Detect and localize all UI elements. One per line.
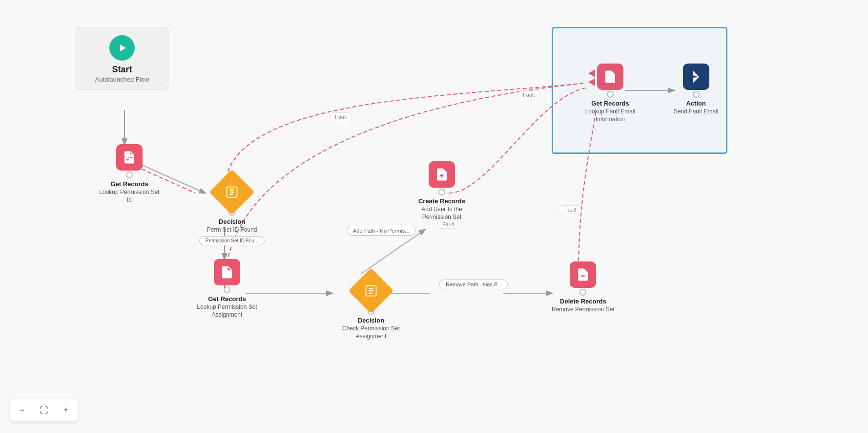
create-records-sublabel: Add User to the Permission Set	[410, 206, 474, 221]
get-records-1-connector	[126, 172, 133, 178]
create-records-node[interactable]: Create Records Add User to the Permissio…	[410, 161, 474, 221]
action-node-icon	[683, 64, 709, 90]
zoom-out-button[interactable]: −	[14, 402, 30, 418]
delete-records-node[interactable]: Delete Records Remove Permission Set	[552, 261, 615, 314]
action-node[interactable]: Action Send Fault Email	[674, 64, 718, 116]
decision-1-sublabel: Perm Set ID Found	[207, 226, 257, 234]
start-title: Start	[112, 65, 132, 75]
fault-badge-3: Fault	[559, 205, 581, 214]
fault-badge-1: Fault	[330, 112, 352, 121]
get-records-3-icon	[597, 64, 623, 90]
get-records-3-node[interactable]: Get Records Lookup Fault Email Informati…	[579, 64, 642, 123]
start-icon	[109, 35, 135, 61]
get-records-3-label: Get Records	[591, 100, 629, 107]
get-records-3-connector	[607, 91, 614, 98]
delete-records-icon	[570, 261, 596, 288]
get-records-2-node[interactable]: Get Records Lookup Permission Set Assign…	[195, 259, 259, 319]
action-label: Action	[686, 100, 705, 107]
get-records-1-label: Get Records	[110, 180, 148, 188]
path-label-add[interactable]: Add Path - No Permis...	[347, 226, 416, 236]
decision-2-sublabel: Check Permission Set Assignment	[339, 325, 403, 340]
delete-records-label: Delete Records	[560, 298, 606, 305]
decision-1-diamond	[209, 169, 255, 215]
fit-screen-button[interactable]	[36, 402, 52, 418]
action-sublabel: Send Fault Email	[674, 108, 718, 116]
fault-badge-2: Fault	[517, 90, 540, 99]
delete-records-sublabel: Remove Permission Set	[552, 306, 615, 314]
get-records-3-sublabel: Lookup Fault Email Information	[579, 108, 642, 123]
zoom-toolbar: − +	[10, 399, 78, 421]
toolbar-divider-1	[33, 405, 33, 415]
get-records-2-icon	[214, 259, 240, 285]
get-records-2-connector	[224, 286, 230, 293]
decision-2-diamond-wrap	[355, 275, 387, 315]
fault-badge-create: Fault	[437, 220, 459, 229]
get-records-2-label: Get Records	[208, 295, 246, 303]
toolbar-divider-2	[55, 405, 55, 415]
decision-2-label: Decision	[358, 317, 384, 324]
start-node[interactable]: Start Autolaunched Flow	[76, 27, 168, 89]
flow-canvas: Start Autolaunched Flow Get Records Look…	[0, 0, 868, 433]
decision-2-diamond	[348, 268, 393, 313]
get-records-1-sublabel: Lookup Permission Set Id	[98, 189, 161, 204]
path-label-remove[interactable]: Remove Path - Has P...	[439, 280, 508, 289]
decision-1-node[interactable]: Decision Perm Set ID Found Permission Se…	[199, 176, 265, 245]
get-records-2-sublabel: Lookup Permission Set Assignment	[195, 303, 259, 319]
start-box: Start Autolaunched Flow	[76, 27, 168, 89]
decision-2-node[interactable]: Decision Check Permission Set Assignment	[339, 275, 403, 340]
zoom-in-button[interactable]: +	[58, 402, 74, 418]
start-subtitle: Autolaunched Flow	[95, 76, 149, 83]
delete-records-connector	[579, 289, 586, 296]
action-connector	[693, 91, 700, 98]
create-records-icon	[429, 161, 455, 188]
decision-1-path-label: Permission Set ID Fou...	[199, 236, 265, 245]
create-records-connector	[438, 189, 445, 195]
svg-line-9	[361, 230, 425, 274]
decision-1-diamond-wrap	[216, 176, 248, 216]
get-records-1-icon	[116, 144, 143, 171]
decision-1-label: Decision	[219, 218, 245, 225]
get-records-1-node[interactable]: Get Records Lookup Permission Set Id	[98, 144, 161, 204]
create-records-label: Create Records	[418, 197, 465, 205]
